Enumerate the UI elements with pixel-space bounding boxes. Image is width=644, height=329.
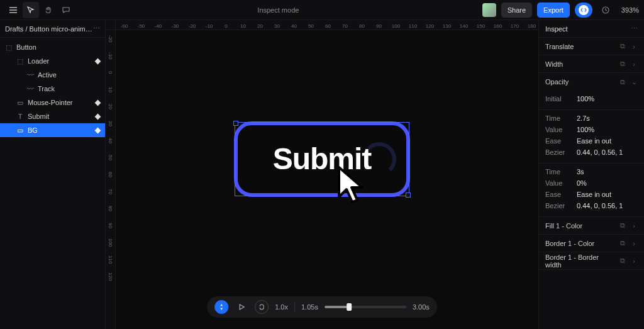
- ruler-tick: 100: [106, 234, 115, 251]
- timeline-current: 1.05s: [301, 303, 318, 311]
- layer-active[interactable]: 〰Active: [0, 68, 105, 82]
- layer-label: BG: [28, 126, 38, 134]
- chevron-right-icon[interactable]: ›: [630, 43, 638, 50]
- inspector-title: Inspect: [545, 25, 567, 33]
- button-bg-shape: Submit: [234, 121, 410, 197]
- chevron-right-icon[interactable]: ›: [630, 240, 638, 247]
- more-icon[interactable]: ⋯: [631, 25, 638, 33]
- layer-type-icon: 〰: [26, 85, 34, 92]
- layer-type-icon: 〰: [26, 71, 34, 79]
- ruler-tick: 50: [106, 149, 115, 166]
- layer-submit[interactable]: TSubmit: [0, 109, 105, 123]
- section-opacity[interactable]: Opacity ⧉⌄: [539, 73, 644, 91]
- ruler-tick: 70: [336, 20, 353, 30]
- copy-icon[interactable]: ⧉: [619, 60, 626, 68]
- ruler-tick: 90: [106, 217, 115, 234]
- ruler-tick: 150: [472, 20, 489, 30]
- layer-track[interactable]: 〰Track: [0, 82, 105, 96]
- ruler-tick: -10: [106, 47, 115, 64]
- layer-type-icon: ▭: [16, 99, 24, 106]
- layer-label: Loader: [28, 57, 49, 65]
- move-tool-icon[interactable]: [23, 2, 39, 18]
- layer-label: Mouse-Pointer: [28, 99, 73, 106]
- layer-bg[interactable]: ▭BG: [0, 123, 105, 137]
- layer-type-icon: ▭: [16, 126, 24, 134]
- breadcrumb-text: Drafts / Button micro-animation...: [5, 25, 93, 33]
- opacity-key1-block: Time2.7s Value100% EaseEase in out Bezie…: [539, 110, 644, 164]
- ruler-horizontal: -60-50-40-30-20-100102030405060708090100…: [116, 20, 538, 30]
- ruler-tick: -50: [133, 20, 150, 30]
- copy-icon[interactable]: ⧉: [619, 78, 626, 86]
- comment-tool-icon[interactable]: [58, 2, 74, 18]
- ruler-tick: 50: [303, 20, 319, 30]
- history-icon[interactable]: [597, 2, 614, 18]
- ruler-tick: 80: [353, 20, 370, 30]
- loop-icon[interactable]: [255, 300, 269, 314]
- hand-tool-icon[interactable]: [40, 2, 57, 18]
- ruler-tick: 0: [106, 64, 115, 81]
- ruler-tick: 10: [106, 81, 115, 98]
- layers-panel: Drafts / Button micro-animation... ⋯ ⬚Bu…: [0, 20, 106, 329]
- ruler-tick: 60: [106, 166, 115, 183]
- layer-label: Active: [38, 71, 57, 79]
- ruler-tick: -20: [106, 30, 115, 47]
- layer-loader[interactable]: ⬚Loader: [0, 54, 105, 68]
- ruler-tick: 110: [106, 251, 115, 268]
- menu-icon[interactable]: [5, 2, 21, 18]
- copy-icon[interactable]: ⧉: [619, 239, 626, 247]
- breadcrumb[interactable]: Drafts / Button micro-animation... ⋯: [0, 20, 105, 38]
- layer-label: Button: [16, 43, 36, 51]
- play-icon[interactable]: [235, 300, 248, 314]
- layer-button[interactable]: ⬚Button: [0, 40, 105, 54]
- share-button[interactable]: Share: [501, 3, 532, 18]
- keyframe-icon[interactable]: [95, 99, 101, 106]
- ruler-tick: 40: [106, 132, 115, 149]
- ruler-tick: 130: [438, 20, 455, 30]
- timeline-speed[interactable]: 1.0x: [275, 303, 288, 311]
- keyframe-icon[interactable]: [95, 127, 101, 133]
- chevron-right-icon[interactable]: ›: [630, 60, 638, 68]
- layer-label: Track: [38, 85, 55, 92]
- section-width[interactable]: Width ⧉›: [539, 55, 644, 73]
- copy-icon[interactable]: ⧉: [619, 221, 626, 230]
- timeline-slider[interactable]: [325, 306, 406, 308]
- layer-mouse-pointer[interactable]: ▭Mouse-Pointer: [0, 96, 105, 109]
- timeline-end: 3.00s: [413, 303, 430, 311]
- section-translate[interactable]: Translate ⧉›: [539, 38, 644, 55]
- export-button[interactable]: Export: [537, 3, 570, 18]
- chevron-right-icon[interactable]: ›: [630, 222, 638, 230]
- chevron-right-icon[interactable]: ›: [630, 257, 638, 265]
- layer-type-icon: ⬚: [16, 57, 24, 65]
- section-border-width[interactable]: Border 1 - Border width ⧉›: [539, 252, 644, 270]
- keyframe-icon[interactable]: [95, 113, 101, 120]
- timeline-record-icon[interactable]: [214, 300, 228, 314]
- ruler-tick: 30: [269, 20, 286, 30]
- ruler-tick: 110: [404, 20, 421, 30]
- artwork: Submit: [234, 121, 410, 197]
- ruler-tick: 180: [523, 20, 538, 30]
- zoom-level[interactable]: 393%: [621, 6, 639, 14]
- code-mode-toggle[interactable]: [575, 3, 592, 18]
- inspector-header: Inspect ⋯: [539, 20, 644, 38]
- app-title: Inspect mode: [74, 6, 482, 14]
- ruler-tick: 120: [421, 20, 438, 30]
- opacity-initial-block: Initial100%: [539, 91, 644, 110]
- ruler-tick: -30: [167, 20, 184, 30]
- ruler-tick: -60: [116, 20, 133, 30]
- canvas[interactable]: -60-50-40-30-20-100102030405060708090100…: [106, 20, 538, 329]
- avatar[interactable]: [482, 3, 496, 17]
- chevron-down-icon[interactable]: ⌄: [630, 78, 638, 86]
- layer-label: Submit: [28, 113, 49, 120]
- opacity-key2-block: Time3s Value0% EaseEase in out Bezier0.4…: [539, 164, 644, 217]
- ruler-corner: [106, 20, 116, 30]
- ruler-tick: 20: [106, 98, 115, 115]
- more-icon[interactable]: ⋯: [93, 25, 100, 33]
- ruler-tick: 0: [218, 20, 235, 30]
- keyframe-icon[interactable]: [95, 58, 101, 64]
- ruler-tick: 160: [489, 20, 506, 30]
- ruler-tick: 40: [286, 20, 303, 30]
- section-fill-color[interactable]: Fill 1 - Color ⧉›: [539, 217, 644, 235]
- copy-icon[interactable]: ⧉: [619, 42, 626, 50]
- section-border-color[interactable]: Border 1 - Color ⧉›: [539, 235, 644, 252]
- copy-icon[interactable]: ⧉: [619, 257, 626, 265]
